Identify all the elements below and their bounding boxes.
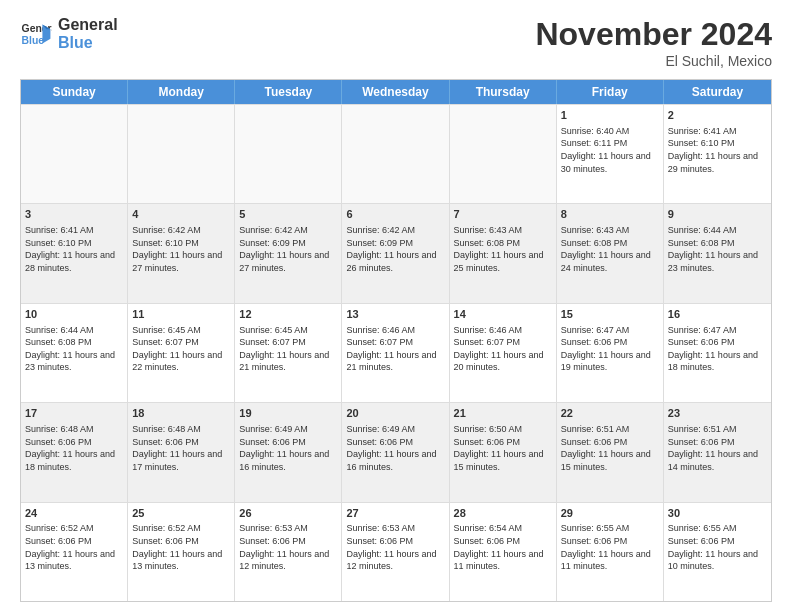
header-friday: Friday: [557, 80, 664, 104]
cal-cell: 22Sunrise: 6:51 AMSunset: 6:06 PMDayligh…: [557, 403, 664, 501]
header-sunday: Sunday: [21, 80, 128, 104]
day-number: 17: [25, 406, 123, 421]
cell-info: Sunrise: 6:51 AMSunset: 6:06 PMDaylight:…: [668, 423, 767, 473]
cal-cell: 5Sunrise: 6:42 AMSunset: 6:09 PMDaylight…: [235, 204, 342, 302]
cell-info: Sunrise: 6:52 AMSunset: 6:06 PMDaylight:…: [132, 522, 230, 572]
day-number: 22: [561, 406, 659, 421]
cal-cell: 3Sunrise: 6:41 AMSunset: 6:10 PMDaylight…: [21, 204, 128, 302]
cal-cell: 24Sunrise: 6:52 AMSunset: 6:06 PMDayligh…: [21, 503, 128, 601]
header-monday: Monday: [128, 80, 235, 104]
calendar-body: 1Sunrise: 6:40 AMSunset: 6:11 PMDaylight…: [21, 104, 771, 601]
day-number: 29: [561, 506, 659, 521]
cal-cell: 9Sunrise: 6:44 AMSunset: 6:08 PMDaylight…: [664, 204, 771, 302]
day-number: 12: [239, 307, 337, 322]
calendar-week-1: 1Sunrise: 6:40 AMSunset: 6:11 PMDaylight…: [21, 104, 771, 203]
day-number: 25: [132, 506, 230, 521]
day-number: 19: [239, 406, 337, 421]
day-number: 4: [132, 207, 230, 222]
cal-cell: 25Sunrise: 6:52 AMSunset: 6:06 PMDayligh…: [128, 503, 235, 601]
cell-info: Sunrise: 6:40 AMSunset: 6:11 PMDaylight:…: [561, 125, 659, 175]
calendar-week-4: 17Sunrise: 6:48 AMSunset: 6:06 PMDayligh…: [21, 402, 771, 501]
logo: General Blue General Blue: [20, 16, 118, 51]
calendar-week-3: 10Sunrise: 6:44 AMSunset: 6:08 PMDayligh…: [21, 303, 771, 402]
cell-info: Sunrise: 6:44 AMSunset: 6:08 PMDaylight:…: [25, 324, 123, 374]
cal-cell: 19Sunrise: 6:49 AMSunset: 6:06 PMDayligh…: [235, 403, 342, 501]
day-number: 5: [239, 207, 337, 222]
cell-info: Sunrise: 6:46 AMSunset: 6:07 PMDaylight:…: [454, 324, 552, 374]
day-number: 7: [454, 207, 552, 222]
cal-cell: 7Sunrise: 6:43 AMSunset: 6:08 PMDaylight…: [450, 204, 557, 302]
cal-cell: 16Sunrise: 6:47 AMSunset: 6:06 PMDayligh…: [664, 304, 771, 402]
cal-cell: 1Sunrise: 6:40 AMSunset: 6:11 PMDaylight…: [557, 105, 664, 203]
cal-cell: 11Sunrise: 6:45 AMSunset: 6:07 PMDayligh…: [128, 304, 235, 402]
cell-info: Sunrise: 6:42 AMSunset: 6:09 PMDaylight:…: [239, 224, 337, 274]
cal-cell: 17Sunrise: 6:48 AMSunset: 6:06 PMDayligh…: [21, 403, 128, 501]
day-number: 14: [454, 307, 552, 322]
cal-cell: [450, 105, 557, 203]
cal-cell: 10Sunrise: 6:44 AMSunset: 6:08 PMDayligh…: [21, 304, 128, 402]
cell-info: Sunrise: 6:41 AMSunset: 6:10 PMDaylight:…: [25, 224, 123, 274]
cell-info: Sunrise: 6:55 AMSunset: 6:06 PMDaylight:…: [668, 522, 767, 572]
cell-info: Sunrise: 6:48 AMSunset: 6:06 PMDaylight:…: [25, 423, 123, 473]
location: El Suchil, Mexico: [535, 53, 772, 69]
cell-info: Sunrise: 6:47 AMSunset: 6:06 PMDaylight:…: [561, 324, 659, 374]
cal-cell: 26Sunrise: 6:53 AMSunset: 6:06 PMDayligh…: [235, 503, 342, 601]
cell-info: Sunrise: 6:51 AMSunset: 6:06 PMDaylight:…: [561, 423, 659, 473]
header-wednesday: Wednesday: [342, 80, 449, 104]
logo-line2: Blue: [58, 34, 118, 52]
logo-icon: General Blue: [20, 18, 52, 50]
month-title: November 2024: [535, 16, 772, 53]
header-thursday: Thursday: [450, 80, 557, 104]
cell-info: Sunrise: 6:55 AMSunset: 6:06 PMDaylight:…: [561, 522, 659, 572]
header-tuesday: Tuesday: [235, 80, 342, 104]
calendar-week-5: 24Sunrise: 6:52 AMSunset: 6:06 PMDayligh…: [21, 502, 771, 601]
svg-text:Blue: Blue: [22, 34, 45, 45]
cell-info: Sunrise: 6:42 AMSunset: 6:09 PMDaylight:…: [346, 224, 444, 274]
cell-info: Sunrise: 6:45 AMSunset: 6:07 PMDaylight:…: [132, 324, 230, 374]
cell-info: Sunrise: 6:50 AMSunset: 6:06 PMDaylight:…: [454, 423, 552, 473]
cell-info: Sunrise: 6:52 AMSunset: 6:06 PMDaylight:…: [25, 522, 123, 572]
day-number: 10: [25, 307, 123, 322]
day-number: 11: [132, 307, 230, 322]
cell-info: Sunrise: 6:44 AMSunset: 6:08 PMDaylight:…: [668, 224, 767, 274]
cell-info: Sunrise: 6:43 AMSunset: 6:08 PMDaylight:…: [454, 224, 552, 274]
cal-cell: 21Sunrise: 6:50 AMSunset: 6:06 PMDayligh…: [450, 403, 557, 501]
title-area: November 2024 El Suchil, Mexico: [535, 16, 772, 69]
cell-info: Sunrise: 6:53 AMSunset: 6:06 PMDaylight:…: [346, 522, 444, 572]
day-number: 27: [346, 506, 444, 521]
cal-cell: 27Sunrise: 6:53 AMSunset: 6:06 PMDayligh…: [342, 503, 449, 601]
cell-info: Sunrise: 6:47 AMSunset: 6:06 PMDaylight:…: [668, 324, 767, 374]
day-number: 8: [561, 207, 659, 222]
cell-info: Sunrise: 6:53 AMSunset: 6:06 PMDaylight:…: [239, 522, 337, 572]
cal-cell: 12Sunrise: 6:45 AMSunset: 6:07 PMDayligh…: [235, 304, 342, 402]
cell-info: Sunrise: 6:42 AMSunset: 6:10 PMDaylight:…: [132, 224, 230, 274]
cal-cell: 15Sunrise: 6:47 AMSunset: 6:06 PMDayligh…: [557, 304, 664, 402]
cell-info: Sunrise: 6:48 AMSunset: 6:06 PMDaylight:…: [132, 423, 230, 473]
cal-cell: [342, 105, 449, 203]
cal-cell: 8Sunrise: 6:43 AMSunset: 6:08 PMDaylight…: [557, 204, 664, 302]
day-number: 16: [668, 307, 767, 322]
header: General Blue General Blue November 2024 …: [20, 16, 772, 69]
day-number: 26: [239, 506, 337, 521]
calendar-week-2: 3Sunrise: 6:41 AMSunset: 6:10 PMDaylight…: [21, 203, 771, 302]
day-number: 2: [668, 108, 767, 123]
cal-cell: 29Sunrise: 6:55 AMSunset: 6:06 PMDayligh…: [557, 503, 664, 601]
day-number: 23: [668, 406, 767, 421]
calendar-header: Sunday Monday Tuesday Wednesday Thursday…: [21, 80, 771, 104]
cal-cell: [128, 105, 235, 203]
page: General Blue General Blue November 2024 …: [0, 0, 792, 612]
cal-cell: 13Sunrise: 6:46 AMSunset: 6:07 PMDayligh…: [342, 304, 449, 402]
cal-cell: 18Sunrise: 6:48 AMSunset: 6:06 PMDayligh…: [128, 403, 235, 501]
day-number: 15: [561, 307, 659, 322]
logo-line1: General: [58, 16, 118, 34]
cell-info: Sunrise: 6:54 AMSunset: 6:06 PMDaylight:…: [454, 522, 552, 572]
cal-cell: 2Sunrise: 6:41 AMSunset: 6:10 PMDaylight…: [664, 105, 771, 203]
calendar: Sunday Monday Tuesday Wednesday Thursday…: [20, 79, 772, 602]
cal-cell: 20Sunrise: 6:49 AMSunset: 6:06 PMDayligh…: [342, 403, 449, 501]
cal-cell: 28Sunrise: 6:54 AMSunset: 6:06 PMDayligh…: [450, 503, 557, 601]
cell-info: Sunrise: 6:46 AMSunset: 6:07 PMDaylight:…: [346, 324, 444, 374]
day-number: 13: [346, 307, 444, 322]
cell-info: Sunrise: 6:49 AMSunset: 6:06 PMDaylight:…: [239, 423, 337, 473]
cal-cell: [21, 105, 128, 203]
cal-cell: 6Sunrise: 6:42 AMSunset: 6:09 PMDaylight…: [342, 204, 449, 302]
